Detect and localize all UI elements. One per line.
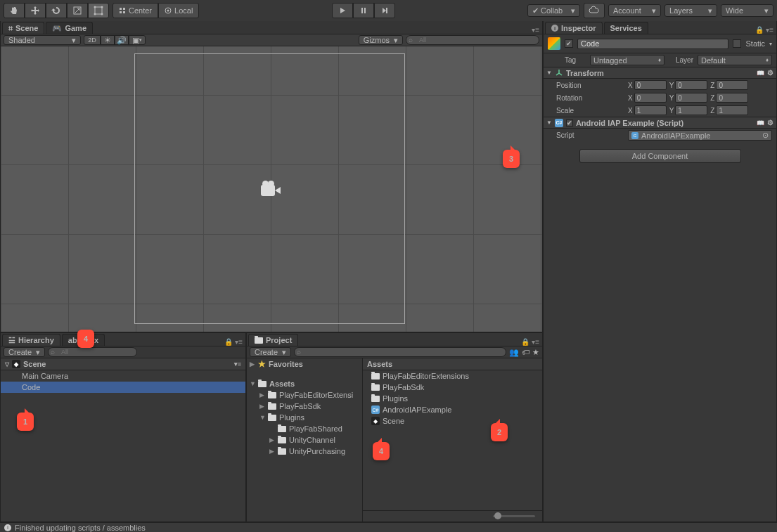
label-filter-icon[interactable]: 🏷 (522, 348, 529, 356)
camera-gizmo-icon[interactable] (261, 183, 282, 198)
folder-icon (268, 392, 276, 398)
pos-y[interactable] (675, 80, 707, 90)
script-component-header[interactable]: ▼ C# ✔ Android IAP Example (Script) 📖 ⚙ (544, 117, 776, 129)
callout-4a: 4 (77, 330, 94, 348)
hierarchy-item-camera[interactable]: Main Camera (1, 370, 245, 382)
2d-toggle[interactable]: 2D (84, 35, 101, 45)
scene-viewport[interactable] (1, 46, 542, 332)
pos-x[interactable] (634, 80, 667, 90)
svg-point-2 (94, 6, 96, 8)
panel-options-icon[interactable]: 🔒 ▾≡ (224, 338, 245, 346)
hierarchy-search[interactable] (48, 347, 137, 357)
tree-item[interactable]: ▶UnityChannel (247, 434, 362, 446)
panel-options-icon[interactable]: 🔒 ▾≡ (521, 338, 542, 346)
scale-z[interactable] (716, 105, 748, 115)
folder-icon (278, 448, 286, 455)
pivot-center[interactable]: Center (113, 3, 158, 18)
pos-z[interactable] (716, 80, 748, 90)
game-tab-icon: 🎮 (52, 24, 62, 33)
asset-item[interactable]: PlayFabSdk (363, 382, 542, 393)
image-icon: ▣ (132, 36, 139, 45)
create-dropdown[interactable]: Create▾ (4, 347, 45, 357)
hierarchy-item-code[interactable]: Code (1, 382, 245, 393)
rotate-tool[interactable] (46, 3, 67, 18)
unity-scene-icon: ◆ (371, 417, 380, 425)
chevron-down-icon: ▾ (708, 6, 712, 15)
scene-options-icon[interactable]: ▾≡ (234, 361, 241, 368)
tree-item[interactable]: ▶UnityPurchasing (247, 446, 362, 457)
rot-x[interactable] (634, 93, 667, 103)
tag-label: Tag (565, 56, 586, 64)
svg-point-5 (101, 13, 103, 15)
gear-icon[interactable]: ⚙ (767, 69, 773, 77)
script-field[interactable]: CAndroidIAPExample⊙ (628, 130, 772, 141)
static-checkbox[interactable] (733, 39, 741, 48)
add-component-button[interactable]: Add Component (579, 149, 741, 163)
scale-x[interactable] (634, 105, 667, 115)
shading-dropdown[interactable]: Shaded▾ (4, 35, 81, 45)
chevron-down-icon[interactable]: ▾ (769, 41, 772, 47)
tab-services[interactable]: Services (604, 22, 648, 34)
sun-icon: ☀ (104, 36, 111, 45)
layer-dropdown[interactable]: Default♦ (698, 55, 772, 65)
callout-1: 1 (17, 413, 34, 431)
svg-point-11 (167, 10, 169, 12)
scene-search[interactable] (406, 35, 539, 45)
tag-dropdown[interactable]: Untagged♦ (590, 55, 664, 65)
tab-hierarchy[interactable]: ☱Hierarchy (2, 334, 60, 346)
account-dropdown[interactable]: Account▾ (608, 4, 661, 17)
tree-item[interactable]: ▼Plugins (247, 412, 362, 423)
project-search[interactable] (294, 347, 506, 357)
object-name-field[interactable] (577, 39, 728, 49)
panel-options-icon[interactable]: 🔒 ▾≡ (755, 26, 776, 34)
folder-icon (278, 437, 286, 443)
gear-icon[interactable]: ⚙ (767, 119, 773, 126)
create-dropdown[interactable]: Create▾ (250, 347, 291, 357)
tree-item[interactable]: PlayFabShared (247, 423, 362, 434)
panel-options-icon[interactable]: ▾≡ (532, 26, 542, 34)
move-tool[interactable] (25, 3, 46, 18)
audio-toggle[interactable]: 🔊 (115, 35, 129, 45)
pause-button[interactable] (353, 3, 374, 18)
hand-tool[interactable] (4, 3, 25, 18)
layout-dropdown[interactable]: Wide▾ (721, 4, 773, 17)
active-checkbox[interactable]: ✔ (565, 39, 573, 48)
transform-header[interactable]: ▼ Transform 📖 ⚙ (544, 67, 776, 79)
grid-size-slider[interactable] (363, 510, 542, 521)
tab-scene[interactable]: ⌗Scene (2, 22, 44, 34)
play-button[interactable] (332, 3, 353, 18)
tab-game[interactable]: 🎮Game (46, 22, 93, 34)
scale-tool[interactable] (67, 3, 88, 18)
favorites-header[interactable]: ▶★Favorites (247, 358, 362, 370)
component-enable-checkbox[interactable]: ✔ (566, 119, 573, 126)
scale-y[interactable] (675, 105, 707, 115)
step-button[interactable] (374, 3, 395, 18)
asset-item[interactable]: PlayFabEditorExtensions (363, 370, 542, 382)
collab-dropdown[interactable]: ✔Collab▾ (527, 4, 580, 17)
help-icon[interactable]: 📖 (757, 119, 764, 126)
asset-item[interactable]: C#AndroidIAPExample (363, 404, 542, 415)
tree-item[interactable]: ▶PlayFabSdk (247, 401, 362, 412)
asset-item[interactable]: ◆Scene (363, 415, 542, 427)
rect-tool[interactable] (88, 3, 109, 18)
assets-header[interactable]: ▼Assets (247, 378, 362, 389)
layers-dropdown[interactable]: Layers▾ (664, 4, 717, 17)
filter-icon[interactable]: 👥 (509, 348, 519, 357)
star-icon: ★ (258, 359, 266, 369)
cloud-button[interactable] (584, 3, 605, 18)
tab-inspector[interactable]: iInspector (545, 22, 603, 34)
gizmos-dropdown[interactable]: Gizmos▾ (359, 35, 403, 45)
rot-z[interactable] (716, 93, 748, 103)
scene-header[interactable]: ▽ ◆ Scene ▾≡ (1, 358, 245, 370)
hierarchy-icon: ☱ (8, 336, 15, 345)
save-filter-icon[interactable]: ★ (532, 348, 539, 357)
fx-toggle[interactable]: ▣▾ (129, 35, 146, 45)
lighting-toggle[interactable]: ☀ (101, 35, 115, 45)
pivot-local[interactable]: Local (158, 3, 199, 18)
rot-y[interactable] (675, 93, 707, 103)
tree-item[interactable]: ▶PlayFabEditorExtensi (247, 389, 362, 401)
help-icon[interactable]: 📖 (757, 70, 764, 77)
asset-item[interactable]: Plugins (363, 393, 542, 404)
play-controls (332, 3, 395, 18)
tab-project[interactable]: Project (248, 334, 298, 346)
